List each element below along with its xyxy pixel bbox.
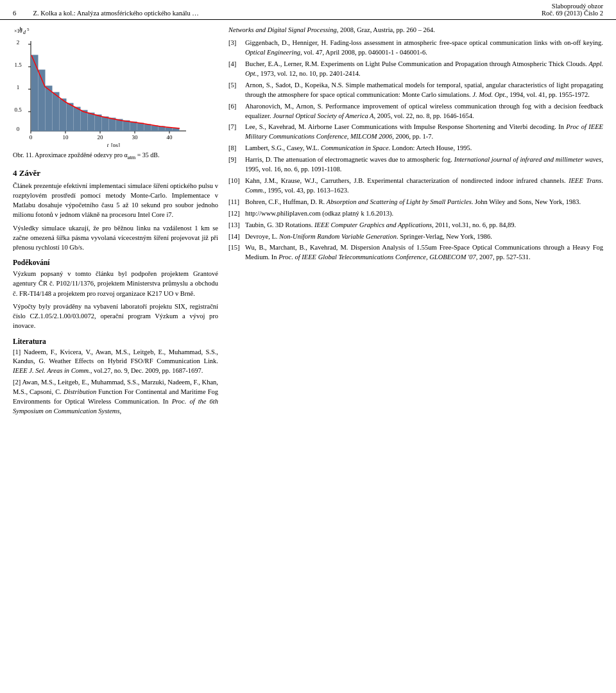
ref-text: Lambert, S.G., Casey, W.L. Communication… <box>245 144 603 153</box>
svg-text:×10: ×10 <box>14 28 22 34</box>
literatura-title: Literatura <box>13 338 218 345</box>
list-item: [3] Giggenbach, D., Henniger, H. Fading-… <box>228 38 603 58</box>
svg-text:10: 10 <box>63 134 69 141</box>
svg-rect-42 <box>137 123 144 131</box>
references-list: [3] Giggenbach, D., Henniger, H. Fading-… <box>228 38 603 262</box>
list-item: [12] http://www.philiplaven.com (odkaz p… <box>228 209 603 219</box>
list-item: [14] Devroye, L. Non-Uniform Random Vari… <box>228 232 603 242</box>
list-item: [11] Bohren, C.F., Huffman, D. R. Absorp… <box>228 198 603 207</box>
ref-2-cont: Networks and Digital Signal Processing, … <box>228 25 603 35</box>
ref-text: Harris, D. The attenuation of electromag… <box>245 155 603 175</box>
ref-num: [11] <box>228 198 243 207</box>
svg-rect-47 <box>173 128 179 131</box>
ref-text: Kahn, J.M., Krause, W.J., Carruthers, J.… <box>245 176 603 196</box>
svg-text:d: d <box>23 30 26 35</box>
svg-rect-41 <box>130 122 137 131</box>
list-item: [9] Harris, D. The attenuation of electr… <box>228 155 603 175</box>
list-item: [6] Aharonovich, M., Arnon, S. Performan… <box>228 102 603 121</box>
ref-num: [8] <box>228 144 243 153</box>
svg-text:20: 20 <box>98 134 104 141</box>
zaver-title: 4 Závěr <box>13 168 218 178</box>
chart-container: h d 2 ×10 5 1.5 1 0.5 0 <box>13 25 199 147</box>
ref-text: Aharonovich, M., Arnon, S. Performance i… <box>245 102 603 121</box>
podekovani-p2: Výpočty byly prováděny na vybavení labor… <box>13 302 218 331</box>
ref-text: http://www.philiplaven.com (odkaz platný… <box>245 209 603 219</box>
svg-rect-29 <box>46 86 52 131</box>
svg-text:0.5: 0.5 <box>14 107 22 113</box>
svg-text:[ps]: [ps] <box>111 142 120 147</box>
svg-rect-44 <box>151 126 158 131</box>
list-item: [7] Lee, S., Kavehrad, M. Airborne Laser… <box>228 123 603 142</box>
list-item: [8] Lambert, S.G., Casey, W.L. Communica… <box>228 144 603 153</box>
left-column: h d 2 ×10 5 1.5 1 0.5 0 <box>13 25 218 418</box>
svg-text:0: 0 <box>17 126 20 132</box>
svg-rect-43 <box>144 124 151 131</box>
svg-rect-30 <box>53 92 59 131</box>
svg-text:40: 40 <box>167 134 173 141</box>
svg-text:0: 0 <box>30 134 33 141</box>
header-right: Slaboproudý obzor Roč. 69 (2013) Číslo 2 <box>542 3 603 17</box>
list-item: [13] Taubin, G. 3D Rotations. IEEE Compu… <box>228 221 603 230</box>
svg-text:1.5: 1.5 <box>14 62 22 68</box>
ref-num: [12] <box>228 209 243 219</box>
svg-text:30: 30 <box>132 134 139 141</box>
ref-num: [10] <box>228 176 243 196</box>
svg-rect-46 <box>166 128 172 131</box>
header-left: 6 Z. Kolka a kol.: Analýza atmosférickéh… <box>13 10 199 17</box>
ref-num: [9] <box>228 155 243 175</box>
ref-num: [15] <box>228 243 243 262</box>
ref-text: Devroye, L. Non-Uniform Random Variable … <box>245 232 603 242</box>
svg-rect-36 <box>95 115 101 131</box>
svg-text:t: t <box>107 142 109 147</box>
svg-rect-35 <box>88 113 94 131</box>
ref-num: [4] <box>228 60 243 79</box>
page: 6 Z. Kolka a kol.: Analýza atmosférickéh… <box>0 0 616 693</box>
svg-rect-40 <box>123 121 130 131</box>
zaver-p1: Článek prezentuje efektivní implementaci… <box>13 181 218 220</box>
page-number: 6 <box>13 10 16 17</box>
ref-text-1: [1] Nadeem, F., Kvicera, V., Awan, M.S.,… <box>13 348 218 377</box>
podekovani-title: Poděkování <box>13 259 218 266</box>
caption-text: Obr. 11. Aproximace zpožděné odezvy pro … <box>13 151 160 158</box>
svg-rect-38 <box>109 118 116 131</box>
list-item: [5] Arnon, S., Sadot, D., Kopeika, N.S. … <box>228 81 603 100</box>
ref-text: Wu, B., Marchant, B., Kavehrad, M. Dispe… <box>245 243 603 262</box>
ref-text: Taubin, G. 3D Rotations. IEEE Computer G… <box>245 221 603 230</box>
svg-text:5: 5 <box>27 27 30 32</box>
ref-num: [6] <box>228 102 243 121</box>
journal-issue: Roč. 69 (2013) Číslo 2 <box>542 10 603 17</box>
podekovani-p1: Výzkum popsaný v tomto článku byl podpoř… <box>13 269 218 298</box>
list-item: [4] Bucher, E.A., Lerner, R.M. Experimen… <box>228 60 603 79</box>
svg-rect-27 <box>31 55 38 131</box>
ref-text: Bohren, C.F., Huffman, D. R. Absorption … <box>245 198 603 207</box>
ref-text-2: [2] Awan, M.S., Leitgeb, E., Muhammad, S… <box>13 378 218 416</box>
right-column: Networks and Digital Signal Processing, … <box>228 25 603 418</box>
ref-num: [13] <box>228 221 243 230</box>
zaver-p2: Výsledky simulace ukazují, že pro běžnou… <box>13 223 218 253</box>
svg-text:2: 2 <box>17 39 20 46</box>
ref-num: [14] <box>228 232 243 242</box>
chart-svg: h d 2 ×10 5 1.5 1 0.5 0 <box>13 25 199 147</box>
svg-rect-39 <box>116 119 123 131</box>
svg-text:1: 1 <box>17 84 20 90</box>
ref-num: [3] <box>228 38 243 58</box>
ref-text: Giggenbach, D., Henniger, H. Fading-loss… <box>245 38 603 58</box>
ref-text: Bucher, E.A., Lerner, R.M. Experiments o… <box>245 60 603 79</box>
svg-rect-37 <box>102 117 108 131</box>
ref-text: Arnon, S., Sadot, D., Kopeika, N.S. Simp… <box>245 81 603 100</box>
list-item: [15] Wu, B., Marchant, B., Kavehrad, M. … <box>228 243 603 262</box>
ref-num: [5] <box>228 81 243 100</box>
svg-rect-33 <box>74 107 80 131</box>
main-content: h d 2 ×10 5 1.5 1 0.5 0 <box>0 25 616 418</box>
list-item: [10] Kahn, J.M., Krause, W.J., Carruther… <box>228 176 603 196</box>
list-item: [1] Nadeem, F., Kvicera, V., Awan, M.S.,… <box>13 348 218 377</box>
chart-caption: Obr. 11. Aproximace zpožděné odezvy pro … <box>13 151 218 162</box>
journal-name: Slaboproudý obzor <box>542 3 603 10</box>
list-item: [2] Awan, M.S., Leitgeb, E., Muhammad, S… <box>13 378 218 416</box>
ref-num: [7] <box>228 123 243 142</box>
svg-rect-34 <box>81 110 87 131</box>
svg-rect-31 <box>60 99 66 131</box>
svg-rect-32 <box>67 103 73 131</box>
header-article-title: Z. Kolka a kol.: Analýza atmosférického … <box>33 10 199 17</box>
ref-text: Lee, S., Kavehrad, M. Airborne Laser Com… <box>245 123 603 142</box>
